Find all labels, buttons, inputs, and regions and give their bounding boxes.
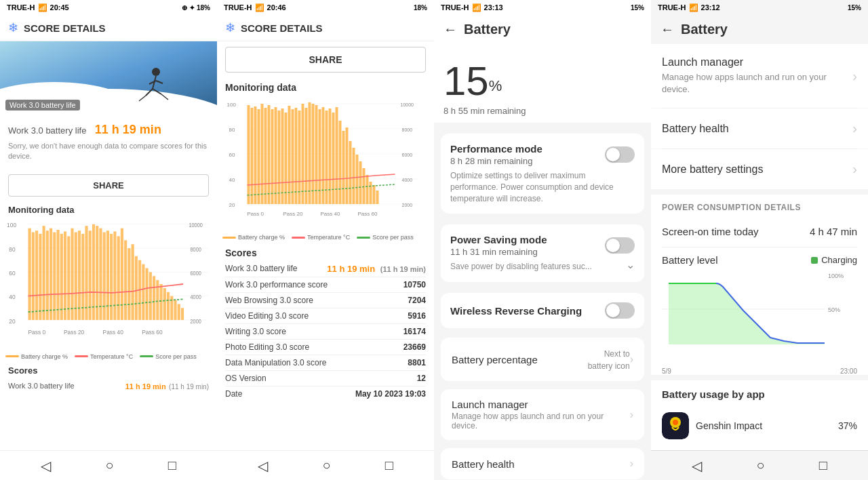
chevron-launch-4: › bbox=[852, 68, 857, 84]
svg-rect-26 bbox=[32, 232, 35, 319]
battery-percent-sign: % bbox=[489, 77, 502, 95]
score-table-row-0: Work 3.0 battery life 11 h 19 min (11 h … bbox=[225, 261, 426, 277]
time-1: 20:45 bbox=[50, 3, 69, 12]
svg-rect-48 bbox=[110, 234, 113, 320]
svg-text:Pass 40: Pass 40 bbox=[103, 328, 123, 336]
svg-rect-97 bbox=[278, 111, 281, 204]
chevron-health-4: › bbox=[852, 121, 857, 136]
time-4: 23:12 bbox=[701, 3, 720, 12]
score-row-value-1: 11 h 19 min bbox=[125, 382, 166, 391]
wireless-reverse-card: Wireless Reverse Charging bbox=[441, 293, 644, 328]
launch-manager-item-4[interactable]: Launch manager Manage how apps launch an… bbox=[651, 44, 868, 108]
svg-rect-53 bbox=[127, 248, 130, 320]
score-header-title-2: SCORE DETAILS bbox=[241, 22, 323, 34]
battery-health-content-4: Battery health bbox=[662, 123, 729, 135]
score-row-sub-1: (11 h 19 min) bbox=[169, 383, 209, 391]
back-arrow-4[interactable]: ← bbox=[660, 22, 674, 37]
svg-rect-102 bbox=[295, 108, 298, 204]
nav-home-4[interactable]: ○ bbox=[756, 458, 764, 473]
nav-recent-1[interactable]: □ bbox=[168, 458, 176, 473]
battery-health-item-3[interactable]: Battery health › bbox=[441, 448, 644, 479]
svg-text:2000: 2000 bbox=[191, 318, 202, 325]
nav-back-2[interactable]: ◁ bbox=[258, 458, 268, 474]
scores-section-1: Scores Work 3.0 battery life 11 h 19 min… bbox=[0, 363, 217, 396]
score-result-1: Work 3.0 battery life 11 h 19 min Sorry,… bbox=[0, 116, 217, 169]
power-saving-desc: Save power by disabling features suc... bbox=[450, 261, 623, 273]
expand-icon[interactable]: ⌄ bbox=[626, 258, 635, 271]
svg-rect-32 bbox=[53, 232, 56, 319]
svg-text:2000: 2000 bbox=[402, 203, 413, 207]
carrier-2: TRUE-H bbox=[224, 3, 252, 12]
legend-battery-label-2: Battery charge % bbox=[238, 234, 285, 241]
wireless-reverse-toggle[interactable] bbox=[605, 302, 635, 319]
power-section-title: POWER CONSUMPTION DETAILS bbox=[651, 195, 868, 216]
nav-recent-2[interactable]: □ bbox=[385, 458, 393, 473]
signal-icon-1: 📶 bbox=[38, 3, 47, 12]
back-arrow-3[interactable]: ← bbox=[443, 22, 457, 37]
svg-rect-31 bbox=[50, 228, 52, 319]
svg-rect-89 bbox=[251, 108, 254, 204]
app-name-genshin: Genshin Impact bbox=[696, 420, 762, 431]
battery-level-label: Battery level bbox=[662, 254, 718, 266]
score-table-row-1: Work 3.0 performance score 10750 bbox=[225, 277, 426, 293]
toggle-knob-power bbox=[606, 239, 620, 252]
battery-1: 18% bbox=[197, 4, 210, 12]
share-button-1[interactable]: SHARE bbox=[8, 174, 209, 197]
svg-rect-57 bbox=[142, 264, 144, 319]
status-right-3: 15% bbox=[631, 4, 644, 12]
app-icon-genshin bbox=[662, 412, 689, 439]
power-saving-card: Power Saving mode 11 h 31 min remaining … bbox=[441, 224, 644, 282]
battery-health-content-3: Battery health bbox=[452, 458, 630, 470]
more-battery-settings-content-4: More battery settings bbox=[662, 163, 763, 176]
time-3: 23:13 bbox=[484, 3, 503, 12]
svg-rect-124 bbox=[370, 182, 372, 204]
app-usage-pct-genshin: 37% bbox=[838, 420, 857, 431]
status-left-3: TRUE-H 📶 23:13 bbox=[441, 3, 503, 12]
score-row-label-1: Work 3.0 battery life bbox=[8, 382, 75, 390]
app-icon-svg bbox=[662, 412, 689, 439]
chart-svg-2: 100 80 60 40 20 10000 8000 6000 4000 200… bbox=[222, 97, 429, 226]
nav-home-1[interactable]: ○ bbox=[105, 458, 113, 473]
toggle-knob-wireless bbox=[606, 304, 620, 317]
battery-chart-svg: 100% 50% bbox=[662, 270, 857, 358]
performance-mode-info: Performance mode 8 h 28 min remaining bbox=[450, 143, 542, 166]
score-header-2: ❄ SCORE DETAILS bbox=[217, 15, 434, 41]
performance-mode-toggle[interactable] bbox=[605, 146, 635, 163]
launch-manager-title-4: Launch manager bbox=[662, 56, 852, 68]
svg-text:80: 80 bbox=[229, 127, 235, 133]
screen-time-row: Screen-on time today 4 h 47 min bbox=[651, 216, 868, 247]
svg-rect-106 bbox=[309, 102, 311, 204]
svg-rect-29 bbox=[43, 226, 45, 320]
time-2: 20:46 bbox=[267, 3, 286, 12]
launch-manager-item-3[interactable]: Launch manager Manage how apps launch an… bbox=[441, 389, 644, 440]
svg-rect-117 bbox=[346, 127, 349, 204]
share-button-2[interactable]: SHARE bbox=[225, 47, 426, 73]
legend-temp-label-2: Temperature °C bbox=[307, 234, 350, 241]
power-saving-toggle[interactable] bbox=[605, 237, 635, 254]
svg-text:50%: 50% bbox=[828, 306, 840, 313]
svg-rect-43 bbox=[92, 224, 95, 320]
battery-usage-section: Battery usage by app Genshin Impact 37% bbox=[651, 380, 868, 450]
legend-battery-1: Battery charge % bbox=[5, 353, 68, 360]
launch-manager-title-3: Launch manager bbox=[452, 399, 630, 410]
chevron-health-3: › bbox=[630, 458, 633, 470]
score-header-1: ❄ SCORE DETAILS bbox=[0, 15, 217, 41]
panel-score-details-2: TRUE-H 📶 20:46 18% ❄ SCORE DETAILS SHARE… bbox=[217, 0, 434, 480]
wireless-reverse-header: Wireless Reverse Charging bbox=[450, 302, 635, 319]
nav-recent-4[interactable]: □ bbox=[819, 458, 827, 473]
nav-back-4[interactable]: ◁ bbox=[692, 458, 702, 474]
svg-rect-41 bbox=[85, 226, 87, 320]
power-consumption-section: POWER CONSUMPTION DETAILS Screen-on time… bbox=[651, 195, 868, 375]
svg-rect-107 bbox=[312, 104, 315, 204]
svg-rect-116 bbox=[342, 131, 345, 204]
battery-percentage-item[interactable]: Battery percentage Next to battery icon … bbox=[441, 338, 644, 381]
svg-rect-92 bbox=[261, 104, 264, 204]
battery-percent: 15 bbox=[443, 58, 489, 104]
svg-rect-34 bbox=[60, 234, 63, 320]
signal-icon-2: 📶 bbox=[255, 3, 264, 12]
more-battery-settings-item-4[interactable]: More battery settings › bbox=[651, 149, 868, 189]
battery-health-item-4[interactable]: Battery health › bbox=[651, 108, 868, 148]
nav-back-1[interactable]: ◁ bbox=[41, 458, 51, 474]
nav-home-2[interactable]: ○ bbox=[322, 458, 330, 473]
legend-score-1: Score per pass bbox=[140, 353, 197, 360]
